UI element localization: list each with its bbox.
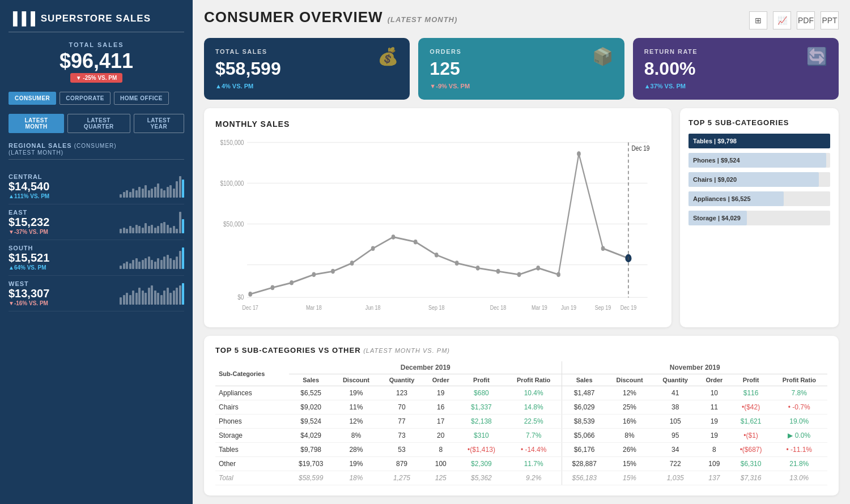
kpi-change: ▼-9% VS. PM [430,83,613,89]
svg-point-13 [331,269,335,274]
mini-bar [179,285,181,305]
tab-corporate[interactable]: CORPORATE [60,92,110,105]
svg-text:Dec 17: Dec 17 [242,304,258,311]
kpi-value: 125 [430,58,613,79]
top5-bar-label: Phones | $9,524 [688,157,740,164]
mini-bar [138,187,141,198]
cell-dec-ord: 125 [424,471,458,485]
mini-bar [157,226,159,233]
mini-bar [154,228,156,233]
cell-nov-sales: $56,183 [562,471,606,485]
cell-dec-ratio: 10.4% [505,386,562,400]
mini-bar [151,285,153,305]
grid-icon-btn[interactable]: ⊞ [749,11,767,29]
cell-nov-ord: 109 [698,457,731,471]
cell-nov-sales: $6,176 [562,443,606,457]
mini-bar [182,283,184,305]
kpi-value: $58,599 [215,58,398,79]
mini-bar [120,194,122,198]
mini-bar [126,293,128,305]
mini-bar [138,288,141,305]
svg-text:$0: $0 [237,293,244,301]
cell-nov-qty: 95 [653,429,698,443]
cell-dec-ord: 100 [424,457,458,471]
mini-bar [126,190,128,198]
period-latest-year[interactable]: LATEST YEAR [134,114,184,133]
mini-bar [123,228,125,233]
mini-bar [144,258,147,269]
cell-dec-ord: 8 [424,443,458,457]
sidebar-title: SUPERSTORE SALES [41,13,151,24]
cell-dec-ord: 16 [424,400,458,415]
mini-bar [179,176,181,198]
mini-bar [176,229,178,233]
tab-consumer[interactable]: CONSUMER [8,92,56,105]
page-title: CONSUMER OVERVIEW (LATEST MONTH) [204,8,457,25]
mini-bar [182,219,184,233]
mini-bar [129,226,131,233]
mini-bar [135,190,138,198]
table-row: Phones $9,524 12% 77 17 $2,138 22.5% $8,… [215,415,827,429]
ppt-icon-btn[interactable]: PPT [821,11,839,29]
pdf-icon-btn[interactable]: PDF [797,11,815,29]
svg-point-12 [312,272,316,277]
cell-dec-ord: 20 [424,429,458,443]
mini-bar [154,291,156,305]
table-row: Tables $9,798 28% 53 8 •($1,413) • -14.4… [215,443,827,457]
mini-bar [144,223,147,233]
mini-bar [142,291,144,305]
mini-bar [179,212,181,233]
title-group: CONSUMER OVERVIEW (LATEST MONTH) [204,8,457,26]
mini-chart [120,246,184,269]
mini-bar [157,293,159,305]
svg-point-23 [536,266,540,271]
top5-bar-label: Chairs | $9,020 [688,176,737,183]
top5-bar-item: Tables | $9,798 [688,134,830,148]
table-row: Appliances $6,525 19% 123 19 $680 10.4% … [215,386,827,400]
cell-nov-qty: 105 [653,415,698,429]
cell-nov-qty: 41 [653,386,698,400]
cell-nov-ord: 19 [698,415,731,429]
cell-nov-ratio: 19.0% [771,415,827,429]
mini-bar [160,295,163,305]
svg-point-24 [556,272,560,277]
kpi-card: RETURN RATE 8.00% ▲37% VS. PM 🔄 [633,38,839,100]
mini-bar [148,288,150,305]
mini-bar [157,258,159,269]
cell-dec-sales: $19,703 [289,457,333,471]
cell-nov-qty: 34 [653,443,698,457]
cell-nov-ratio: ▶ 0.0% [771,429,827,443]
mini-bar [163,190,165,198]
kpi-value: 8.00% [644,58,827,79]
tab-home-office[interactable]: HOME OFFICE [114,92,169,105]
mini-bar [182,247,184,269]
svg-text:Sep 18: Sep 18 [428,304,445,311]
period-latest-quarter[interactable]: LATEST QUARTER [67,114,130,133]
cell-dec-qty: 73 [380,429,424,443]
top5-bar-item: Phones | $9,524 [688,153,830,168]
mini-bar [163,222,165,233]
svg-point-18 [435,253,439,258]
monthly-sales-card: MONTHLY SALES $150,000 $100,000 $50,000 … [204,108,672,327]
kpi-label: ORDERS [430,48,613,55]
region-item: SOUTH $15,521 ▲64% VS. PM [8,240,184,276]
mini-bar [148,257,150,269]
mini-chart [120,282,184,305]
mini-bar [148,226,150,233]
main-header: CONSUMER OVERVIEW (LATEST MONTH) ⊞ 📈 PDF… [204,8,839,29]
cell-dec-profit: $2,309 [457,457,505,471]
table-subtitle: (LATEST MONTH VS. PM) [363,347,450,354]
regional-title: REGIONAL SALES (CONSUMER)(LATEST MONTH) [8,142,184,160]
chart-icon-btn[interactable]: 📈 [773,11,791,29]
top5-bar-track: Chairs | $9,020 [688,172,830,187]
svg-text:Dec 19: Dec 19 [632,144,650,152]
sidebar-header: ▐▐▐ SUPERSTORE SALES [8,11,184,32]
mini-bar [169,293,172,305]
cell-dec-ratio: 7.7% [505,429,562,443]
cell-nov-sales: $8,539 [562,415,606,429]
mini-bar [160,260,163,269]
cell-dec-ratio: 11.7% [505,457,562,471]
period-latest-month[interactable]: LATEST MONTH [8,114,64,133]
svg-point-15 [371,246,375,251]
total-sales-section: TOTAL SALES $96,411 ▼ -25% VS. PM [8,41,184,83]
